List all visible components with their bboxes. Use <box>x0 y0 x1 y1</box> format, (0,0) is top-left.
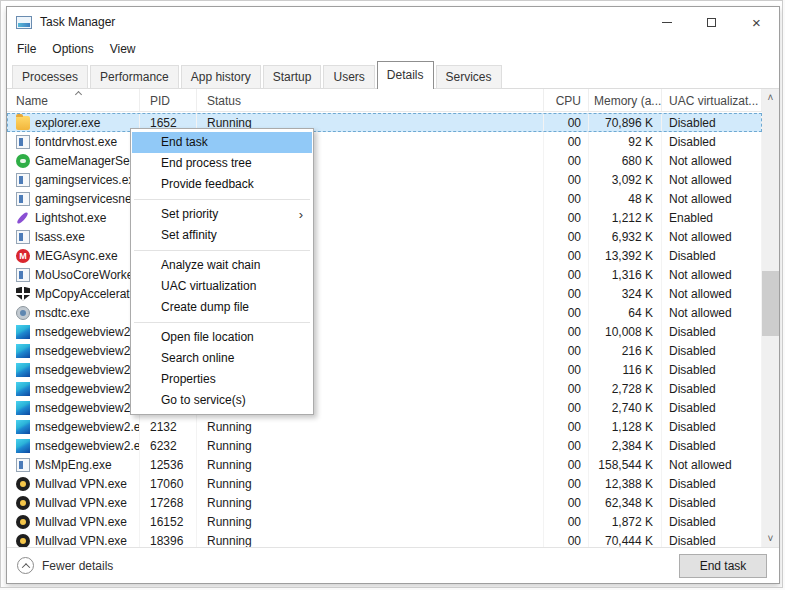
context-menu-item-set-priority[interactable]: Set priority› <box>132 204 312 225</box>
table-row[interactable]: gamingservices.exe003,092 KNot allowed <box>7 170 762 189</box>
table-row[interactable]: msedgewebview2.exe00216 KDisabled <box>7 341 762 360</box>
scroll-up-button[interactable]: ˄ <box>762 89 779 106</box>
scroll-up-icon: ˄ <box>768 92 774 103</box>
cpu-cell: 00 <box>544 341 589 360</box>
tab-app-history[interactable]: App history <box>181 65 261 89</box>
table-row[interactable]: gamingservicesnet.exe0048 KNot allowed <box>7 189 762 208</box>
fewer-details-toggle[interactable]: Fewer details <box>17 557 113 574</box>
table-row[interactable]: Mullvad VPN.exe18396Running0070,444 KDis… <box>7 531 762 547</box>
context-menu-item-end-task[interactable]: End task <box>132 132 312 153</box>
column-label: Status <box>207 94 241 108</box>
column-label: Memory (a... <box>594 94 661 108</box>
menu-separator <box>134 322 310 323</box>
app-icon <box>16 268 30 282</box>
column-header-cpu[interactable]: CPU <box>544 89 589 111</box>
uac-virtualization-cell: Not allowed <box>662 151 762 170</box>
table-row[interactable]: msedgewebview2.exe2132Running001,128 KDi… <box>7 417 762 436</box>
table-row[interactable]: msedgewebview2.exe002,740 KDisabled <box>7 398 762 417</box>
context-menu-item-provide-feedback[interactable]: Provide feedback <box>132 174 312 195</box>
tab-details[interactable]: Details <box>377 61 434 89</box>
menu-options[interactable]: Options <box>44 42 101 56</box>
process-name-cell: msedgewebview2.exe <box>7 322 140 341</box>
column-header-pid[interactable]: PID <box>140 89 197 111</box>
column-header-name[interactable]: Name <box>7 89 140 111</box>
tab-startup[interactable]: Startup <box>263 65 322 89</box>
scrollbar-track[interactable] <box>762 106 779 530</box>
memory-cell: 2,384 K <box>589 436 662 455</box>
context-menu-item-search-online[interactable]: Search online <box>132 348 312 369</box>
table-row[interactable]: msedgewebview2.exe002,728 KDisabled <box>7 379 762 398</box>
maximize-button[interactable] <box>689 7 734 37</box>
status-cell: Running <box>197 531 544 547</box>
tab-performance[interactable]: Performance <box>90 65 179 89</box>
table-row[interactable]: Lightshot.exe001,212 KEnabled <box>7 208 762 227</box>
context-menu-item-end-process-tree[interactable]: End process tree <box>132 153 312 174</box>
window-title: Task Manager <box>40 15 115 29</box>
process-name: gamingservices.exe <box>35 173 140 187</box>
cpu-cell: 00 <box>544 360 589 379</box>
table-row[interactable]: msedgewebview2.exe6232Running002,384 KDi… <box>7 436 762 455</box>
context-menu-item-set-affinity[interactable]: Set affinity <box>132 225 312 246</box>
process-name: MEGAsync.exe <box>35 249 118 263</box>
column-header-status[interactable]: Status <box>197 89 544 111</box>
cpu-cell: 00 <box>544 493 589 512</box>
uac-virtualization-cell: Not allowed <box>662 265 762 284</box>
context-menu-item-create-dump-file[interactable]: Create dump file <box>132 297 312 318</box>
menubar: FileOptionsView <box>7 37 779 60</box>
memory-cell: 1,212 K <box>589 208 662 227</box>
table-row[interactable]: lsass.exe006,932 KNot allowed <box>7 227 762 246</box>
edge-icon <box>16 363 30 377</box>
column-header-memory-a[interactable]: Memory (a... <box>589 89 662 111</box>
table-row[interactable]: msdtc.exe0064 KNot allowed <box>7 303 762 322</box>
context-menu-item-open-file-location[interactable]: Open file location <box>132 327 312 348</box>
cpu-cell: 00 <box>544 531 589 547</box>
scroll-down-button[interactable]: ˅ <box>762 530 779 547</box>
table-row[interactable]: msedgewebview2.exe00116 KDisabled <box>7 360 762 379</box>
process-name-cell: msdtc.exe <box>7 303 140 322</box>
edge-icon <box>16 420 30 434</box>
table-row[interactable]: fontdrvhost.exe0092 KDisabled <box>7 132 762 151</box>
vertical-scrollbar[interactable]: ˄ ˅ <box>762 89 779 547</box>
tab-processes[interactable]: Processes <box>12 65 88 89</box>
process-name: msedgewebview2.exe <box>35 344 140 358</box>
memory-cell: 12,388 K <box>589 474 662 493</box>
minimize-button[interactable] <box>644 7 689 37</box>
table-row[interactable]: msedgewebview2.exe0010,008 KDisabled <box>7 322 762 341</box>
uac-virtualization-cell: Disabled <box>662 113 762 132</box>
table-row[interactable]: MoUsoCoreWorker.exe001,316 KNot allowed <box>7 265 762 284</box>
context-menu-item-analyze-wait-chain[interactable]: Analyze wait chain <box>132 255 312 276</box>
end-task-button[interactable]: End task <box>679 554 767 578</box>
cpu-cell: 00 <box>544 379 589 398</box>
table-row[interactable]: MEGAsync.exe0013,392 KDisabled <box>7 246 762 265</box>
close-button[interactable]: × <box>734 7 779 37</box>
table-row[interactable]: Mullvad VPN.exe17268Running0062,348 KDis… <box>7 493 762 512</box>
status-cell: Running <box>197 436 544 455</box>
tab-services[interactable]: Services <box>436 65 502 89</box>
scrollbar-thumb[interactable] <box>762 271 779 336</box>
memory-cell: 92 K <box>589 132 662 151</box>
menu-file[interactable]: File <box>9 42 44 56</box>
context-menu-item-uac-virtualization[interactable]: UAC virtualization <box>132 276 312 297</box>
table-row[interactable]: explorer.exe1652Running0070,896 KDisable… <box>7 113 762 132</box>
process-name: msedgewebview2.exe <box>35 401 140 415</box>
table-row[interactable]: MsMpEng.exe12536Running00158,544 KNot al… <box>7 455 762 474</box>
process-name: msedgewebview2.exe <box>35 439 140 453</box>
process-name-cell: Mullvad VPN.exe <box>7 512 140 531</box>
menu-view[interactable]: View <box>102 42 144 56</box>
context-menu-item-properties[interactable]: Properties <box>132 369 312 390</box>
mullvad-icon <box>16 477 30 491</box>
column-label: Name <box>16 94 48 108</box>
table-row[interactable]: GameManagerService.exe00680 KNot allowed <box>7 151 762 170</box>
table-row[interactable]: Mullvad VPN.exe16152Running001,872 KDisa… <box>7 512 762 531</box>
pid-cell: 6232 <box>140 436 197 455</box>
table-row[interactable]: MpCopyAccelerator.exe00324 KNot allowed <box>7 284 762 303</box>
process-name: Mullvad VPN.exe <box>35 515 127 529</box>
column-header-uac-virtualizat[interactable]: UAC virtualizat... <box>662 89 762 111</box>
titlebar[interactable]: Task Manager × <box>7 7 779 37</box>
cpu-cell: 00 <box>544 303 589 322</box>
cpu-cell: 00 <box>544 436 589 455</box>
cpu-cell: 00 <box>544 265 589 284</box>
table-row[interactable]: Mullvad VPN.exe17060Running0012,388 KDis… <box>7 474 762 493</box>
tab-users[interactable]: Users <box>323 65 374 89</box>
context-menu-item-go-to-service-s[interactable]: Go to service(s) <box>132 390 312 411</box>
